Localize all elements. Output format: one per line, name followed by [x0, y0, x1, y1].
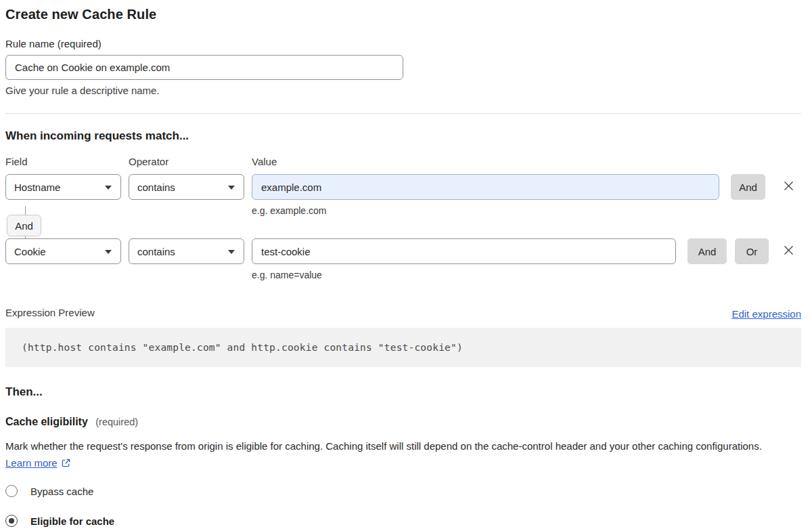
field-select-2-value: Cookie: [14, 246, 46, 257]
connector-and-button[interactable]: And: [7, 215, 41, 236]
chevron-down-icon: [228, 186, 235, 190]
condition-row-2: Cookie contains And Or: [5, 238, 801, 264]
operator-select-1-value: contains: [137, 182, 175, 193]
field-select-2[interactable]: Cookie: [5, 238, 121, 264]
add-and-condition-button-2[interactable]: And: [687, 238, 727, 264]
operator-column-label: Operator: [129, 155, 252, 168]
radio-option-eligible-for-cache[interactable]: Eligible for cache: [5, 514, 796, 528]
close-icon: [782, 244, 795, 259]
expression-code: (http.host contains "example.com" and ht…: [22, 342, 463, 353]
match-heading: When incoming requests match...: [5, 128, 796, 144]
section-divider: [5, 113, 801, 114]
value-hint-1: e.g. example.com: [252, 205, 801, 217]
cache-eligibility-description: Mark whether the request’s response from…: [5, 438, 790, 473]
learn-more-link[interactable]: Learn more: [5, 457, 58, 469]
operator-select-2-value: contains: [137, 246, 175, 257]
required-note: (required): [95, 417, 138, 427]
create-cache-rule-page: Create new Cache Rule Rule name (require…: [0, 0, 807, 528]
edit-expression-link[interactable]: Edit expression: [731, 308, 801, 320]
value-input-2[interactable]: [252, 238, 676, 264]
rule-name-input[interactable]: [5, 55, 403, 80]
add-or-condition-button-2[interactable]: Or: [735, 238, 769, 264]
value-input-1[interactable]: [252, 174, 719, 200]
value-column-label: Value: [252, 155, 277, 168]
chevron-down-icon: [105, 186, 112, 190]
radio-label-eligible-for-cache: Eligible for cache: [30, 515, 114, 527]
operator-select-2[interactable]: contains: [129, 238, 244, 264]
radio-selected-icon[interactable]: [5, 515, 18, 527]
remove-condition-button-2[interactable]: [780, 243, 796, 259]
radio-unselected-icon[interactable]: [5, 485, 18, 497]
expression-preview-header: Expression Preview Edit expression: [5, 306, 801, 320]
chevron-down-icon: [105, 250, 112, 254]
field-select-1-value: Hostname: [14, 182, 60, 193]
condition-row-1: Hostname contains And: [5, 174, 801, 200]
close-icon: [782, 179, 795, 194]
cache-eligibility-heading: Cache eligibility (required): [5, 415, 796, 429]
condition-column-labels: Field Operator Value: [5, 155, 796, 168]
field-column-label: Field: [5, 155, 129, 168]
field-select-1[interactable]: Hostname: [5, 174, 121, 200]
radio-option-bypass-cache[interactable]: Bypass cache: [5, 484, 796, 498]
cache-eligibility-title: Cache eligibility: [5, 416, 88, 427]
rule-name-helper: Give your rule a descriptive name.: [5, 84, 796, 97]
external-link-icon: [61, 456, 71, 473]
chevron-down-icon: [228, 250, 235, 254]
add-and-condition-button-1[interactable]: And: [731, 174, 765, 200]
radio-label-bypass-cache: Bypass cache: [30, 486, 93, 497]
expression-preview-code-block: (http.host contains "example.com" and ht…: [5, 328, 801, 367]
operator-select-1[interactable]: contains: [129, 174, 244, 200]
rule-name-label: Rule name (required): [5, 37, 796, 50]
then-heading: Then...: [5, 385, 796, 400]
page-title: Create new Cache Rule: [5, 5, 796, 24]
expression-preview-label: Expression Preview: [5, 306, 95, 320]
remove-condition-button-1[interactable]: [780, 179, 796, 195]
condition-rows: Hostname contains And e.g. example.com A…: [5, 174, 801, 281]
value-hint-2: e.g. name=value: [252, 269, 801, 281]
